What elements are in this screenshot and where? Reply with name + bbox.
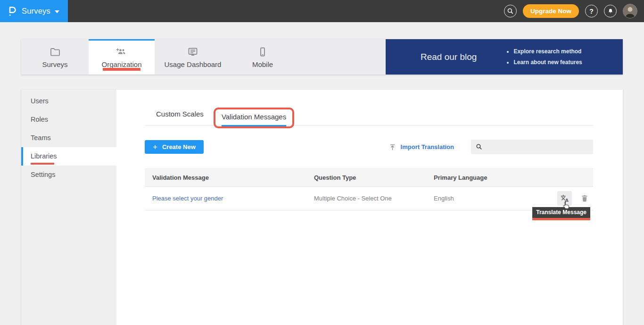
sidebar-item-roles[interactable]: Roles — [21, 110, 116, 129]
chevron-down-icon — [55, 10, 59, 13]
help-button[interactable]: ? — [585, 5, 598, 17]
sidebar-item-label: Teams — [31, 134, 51, 142]
sidebar-item-label: Roles — [31, 116, 48, 123]
bell-icon — [607, 8, 614, 15]
sidebar-item-settings[interactable]: Settings — [21, 166, 116, 184]
delete-button[interactable] — [578, 192, 591, 205]
sidebar-item-label: Users — [31, 97, 49, 105]
validation-messages-table: Validation Message Question Type Primary… — [145, 168, 593, 210]
create-new-label: Create New — [162, 143, 196, 150]
search-icon — [476, 143, 483, 150]
upload-icon — [388, 143, 396, 151]
search-button[interactable] — [504, 5, 517, 17]
import-translation-label: Import Translation — [401, 143, 454, 150]
question-type-cell: Multiple Choice - Select One — [314, 195, 434, 202]
primary-language-cell: English — [434, 195, 557, 202]
library-tabs: Custom Scales Validation Messages — [145, 108, 593, 125]
tab-custom-scales[interactable]: Custom Scales — [156, 110, 204, 125]
avatar[interactable] — [623, 4, 637, 18]
topbar-actions: Upgrade Now ? — [504, 0, 637, 22]
sidebar-item-libraries[interactable]: Libraries — [21, 147, 116, 166]
table-row: Please select your gender Multiple Choic… — [145, 187, 593, 210]
sidebar-item-users[interactable]: Users — [21, 92, 116, 110]
nav-tab-mobile[interactable]: Mobile — [231, 39, 294, 75]
toolbar: + Create New Import Translation — [145, 140, 593, 154]
person-add-icon — [116, 47, 128, 57]
banner-bullet-list: Explore research method Learn about new … — [506, 46, 582, 67]
hand-cursor-icon — [562, 201, 570, 210]
app-title: Surveys — [22, 7, 50, 16]
banner-bullet: Explore research method — [513, 46, 582, 57]
upgrade-button[interactable]: Upgrade Now — [523, 4, 579, 18]
nav-tab-surveys[interactable]: Surveys — [21, 39, 89, 75]
column-header-primary-language: Primary Language — [434, 174, 593, 181]
translate-message-button[interactable]: A — [557, 191, 572, 206]
main-card: Users Roles Teams Libraries Settings Cus… — [21, 90, 623, 325]
folder-icon — [50, 47, 61, 57]
nav-tab-label: Usage Dashboard — [165, 60, 222, 68]
annotation-underline-libraries — [31, 163, 54, 165]
annotation-box-validation-messages: Validation Messages — [214, 108, 294, 128]
app-logo-menu[interactable]: Surveys — [0, 0, 68, 22]
column-header-validation-message: Validation Message — [152, 174, 314, 181]
libraries-content: Custom Scales Validation Messages + Crea… — [116, 90, 623, 325]
row-actions: A — [557, 187, 593, 210]
column-header-question-type: Question Type — [314, 174, 434, 181]
annotation-underline-tooltip — [532, 218, 590, 220]
questionpro-logo-icon — [6, 5, 17, 17]
tabs-divider — [145, 125, 593, 125]
sidebar-item-teams[interactable]: Teams — [21, 129, 116, 147]
tooltip-label: Translate Message — [532, 207, 590, 218]
mobile-icon — [257, 47, 268, 57]
nav-tab-organization[interactable]: Organization — [89, 39, 155, 75]
banner-title: Read our blog — [421, 52, 477, 62]
blog-banner[interactable]: Read our blog Explore research method Le… — [386, 39, 623, 75]
notifications-button[interactable] — [604, 5, 617, 17]
settings-sidebar: Users Roles Teams Libraries Settings — [21, 90, 116, 325]
nav-tab-label: Mobile — [252, 60, 273, 68]
table-search-box — [471, 140, 593, 154]
primary-nav: Surveys Organization Usage Dashboar — [21, 39, 623, 75]
topbar: Surveys Upgrade Now ? — [0, 0, 644, 22]
banner-bullet: Learn about new features — [513, 57, 582, 67]
sidebar-item-label: Libraries — [31, 152, 57, 160]
tooltip: Translate Message — [532, 207, 590, 220]
nav-tab-usage-dashboard[interactable]: Usage Dashboard — [155, 39, 231, 75]
plus-icon: + — [153, 143, 157, 151]
annotation-underline-organization — [103, 68, 140, 71]
tab-validation-messages[interactable]: Validation Messages — [222, 113, 286, 126]
trash-icon — [580, 194, 589, 203]
search-input[interactable] — [487, 143, 588, 150]
validation-message-link[interactable]: Please select your gender — [152, 195, 314, 202]
nav-tab-label: Surveys — [42, 60, 67, 68]
dashboard-icon — [187, 47, 198, 57]
sidebar-item-label: Settings — [31, 171, 55, 178]
import-translation-link[interactable]: Import Translation — [388, 143, 454, 151]
nav-tab-label: Organization — [101, 60, 141, 68]
toolbar-right: Import Translation — [388, 140, 593, 154]
create-new-button[interactable]: + Create New — [145, 140, 204, 154]
table-header-row: Validation Message Question Type Primary… — [145, 169, 593, 187]
search-icon — [507, 8, 514, 15]
help-icon: ? — [589, 8, 594, 15]
